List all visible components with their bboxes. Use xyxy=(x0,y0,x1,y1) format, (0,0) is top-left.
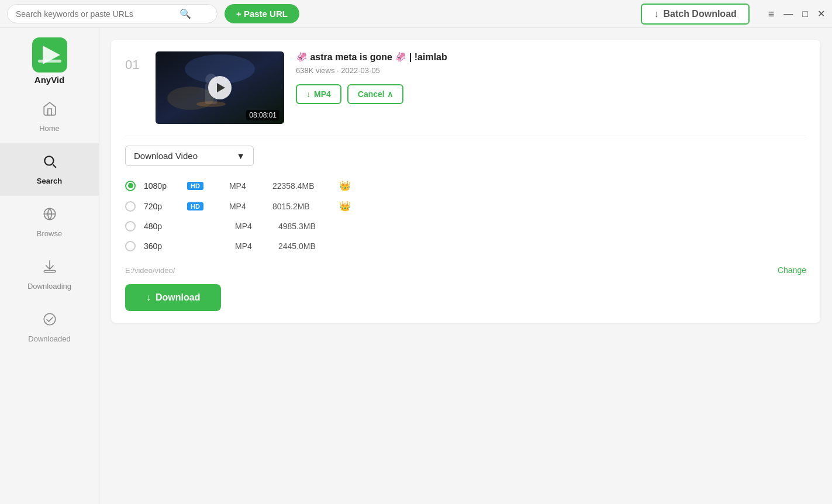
quality-label-480p: 480p xyxy=(144,222,179,231)
cancel-button[interactable]: Cancel ∧ xyxy=(347,84,403,104)
svg-line-4 xyxy=(53,164,56,167)
svg-rect-2 xyxy=(38,60,61,63)
download-path-row: E:/video/video/ Change xyxy=(125,265,806,275)
svg-point-8 xyxy=(44,313,56,325)
quality-size-720p: 8015.2MB xyxy=(272,202,331,211)
title-bar: 🔍 + Paste URL ↓ Batch Download ≡ — □ ✕ xyxy=(0,0,832,28)
quality-format-1080p: MP4 xyxy=(229,181,264,191)
paste-url-button[interactable]: + Paste URL xyxy=(225,4,299,23)
download-options: Download Video ▼ 1080p HD MP4 22358.4MB … xyxy=(125,136,806,311)
mp4-button[interactable]: ↓ MP4 xyxy=(296,84,341,104)
download-type-select[interactable]: Download Video ▼ xyxy=(125,146,254,166)
video-thumbnail[interactable]: 08:08:01 xyxy=(156,51,284,124)
mp4-download-icon: ↓ xyxy=(306,89,310,99)
sidebar-item-downloaded[interactable]: Downloaded xyxy=(0,301,99,354)
hd-badge-720p: HD xyxy=(187,202,203,210)
quality-format-720p: MP4 xyxy=(229,202,264,211)
video-title: 🦑 astra meta is gone 🦑 | !aimlab xyxy=(296,51,806,63)
batch-download-label: Batch Download xyxy=(663,9,736,19)
crown-icon-1080p: 👑 xyxy=(339,180,351,191)
paste-url-label: + Paste URL xyxy=(236,9,288,19)
sidebar: Home Search xyxy=(0,85,99,504)
quality-size-480p: 4985.3MB xyxy=(278,222,337,231)
quality-radio-1080p[interactable] xyxy=(125,181,136,191)
video-info: 🦑 astra meta is gone 🦑 | !aimlab 638K vi… xyxy=(296,51,806,104)
close-icon[interactable]: ✕ xyxy=(817,9,825,19)
logo-area: AnyVid xyxy=(0,28,99,85)
svg-rect-7 xyxy=(44,271,56,272)
mp4-label: MP4 xyxy=(314,89,331,99)
cancel-label: Cancel ∧ xyxy=(358,89,393,99)
quality-row-1080p[interactable]: 1080p HD MP4 22358.4MB 👑 xyxy=(125,175,806,196)
download-button[interactable]: ↓ Download xyxy=(125,284,221,311)
quality-radio-720p[interactable] xyxy=(125,201,136,212)
video-meta: 638K views · 2022-03-05 xyxy=(296,66,806,75)
app-logo xyxy=(32,37,67,73)
browse-icon xyxy=(42,206,57,226)
crown-icon-720p: 👑 xyxy=(339,201,351,212)
quality-table: 1080p HD MP4 22358.4MB 👑 720p HD MP4 801… xyxy=(125,175,806,256)
quality-row-720p[interactable]: 720p HD MP4 8015.2MB 👑 xyxy=(125,196,806,216)
svg-point-14 xyxy=(196,101,226,107)
quality-label-720p: 720p xyxy=(144,202,179,211)
video-date: 2022-03-05 xyxy=(341,66,380,75)
home-icon xyxy=(42,101,57,120)
video-header: 01 xyxy=(125,51,806,124)
content-area: 01 xyxy=(99,28,832,504)
quality-radio-360p[interactable] xyxy=(125,241,136,251)
sidebar-item-home[interactable]: Home xyxy=(0,91,99,143)
downloaded-icon xyxy=(42,312,57,331)
sidebar-item-search[interactable]: Search xyxy=(0,143,99,196)
download-btn-icon: ↓ xyxy=(146,292,151,303)
sidebar-label-search: Search xyxy=(37,177,62,185)
change-link[interactable]: Change xyxy=(778,265,806,275)
sidebar-label-browse: Browse xyxy=(37,229,62,238)
batch-download-button[interactable]: ↓ Batch Download xyxy=(641,4,749,25)
video-actions: ↓ MP4 Cancel ∧ xyxy=(296,84,806,104)
quality-label-360p: 360p xyxy=(144,241,179,251)
sidebar-label-home: Home xyxy=(39,124,60,133)
quality-format-480p: MP4 xyxy=(235,222,270,231)
search-icon-button[interactable]: 🔍 xyxy=(179,8,191,19)
video-number: 01 xyxy=(125,57,144,73)
downloading-icon xyxy=(42,259,57,278)
hd-badge-1080p: HD xyxy=(187,182,203,190)
video-duration: 08:08:01 xyxy=(246,110,279,120)
quality-size-360p: 2445.0MB xyxy=(278,241,337,251)
quality-radio-480p[interactable] xyxy=(125,221,136,232)
quality-row-480p[interactable]: 480p MP4 4985.3MB xyxy=(125,216,806,236)
sidebar-item-browse[interactable]: Browse xyxy=(0,196,99,248)
main-layout: AnyVid Home Sea xyxy=(0,28,832,504)
download-path: E:/video/video/ xyxy=(125,266,778,275)
sidebar-item-downloading[interactable]: Downloading xyxy=(0,248,99,301)
search-input-wrap: 🔍 xyxy=(7,4,218,23)
video-views: 638K views xyxy=(296,66,334,75)
window-controls: ↓ Batch Download ≡ — □ ✕ xyxy=(641,4,825,25)
play-button[interactable] xyxy=(208,76,232,99)
quality-label-1080p: 1080p xyxy=(144,181,179,191)
search-nav-icon xyxy=(42,154,57,173)
video-card: 01 xyxy=(111,40,820,323)
menu-icon[interactable]: ≡ xyxy=(768,9,775,19)
play-triangle-icon xyxy=(217,83,225,92)
quality-format-360p: MP4 xyxy=(235,241,270,251)
download-type-label: Download Video xyxy=(134,151,198,161)
quality-size-1080p: 22358.4MB xyxy=(272,181,331,191)
maximize-icon[interactable]: □ xyxy=(802,9,808,19)
sidebar-label-downloading: Downloading xyxy=(27,282,71,291)
app-name: AnyVid xyxy=(34,75,64,85)
svg-point-3 xyxy=(44,156,53,165)
search-input[interactable] xyxy=(16,9,179,19)
download-icon: ↓ xyxy=(654,9,658,19)
chevron-down-icon: ▼ xyxy=(236,151,245,161)
sidebar-label-downloaded: Downloaded xyxy=(28,334,70,343)
download-btn-label: Download xyxy=(156,292,200,303)
minimize-icon[interactable]: — xyxy=(783,9,793,19)
quality-row-360p[interactable]: 360p MP4 2445.0MB xyxy=(125,236,806,256)
